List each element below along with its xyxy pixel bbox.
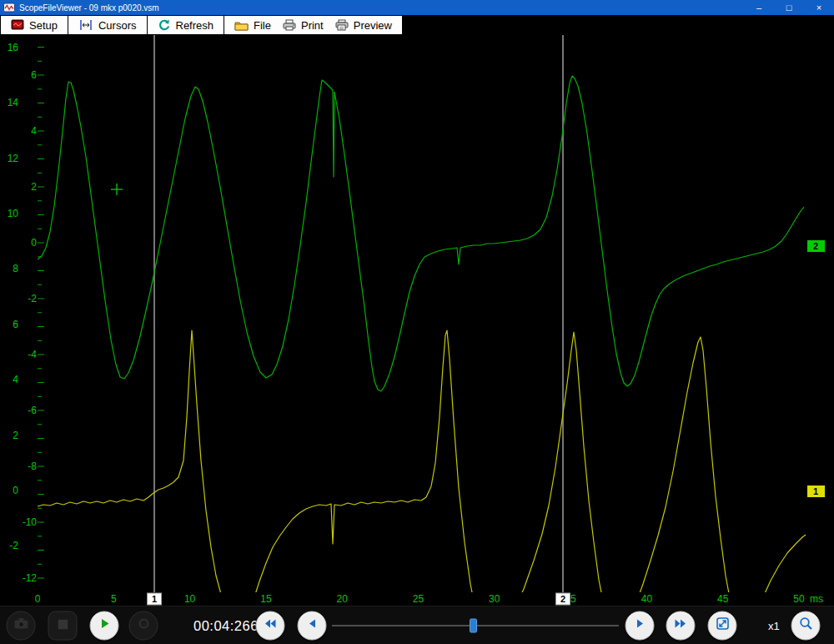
rewind-button[interactable] [256,611,285,640]
file-button[interactable]: File [229,19,277,32]
step-forward-button[interactable] [626,611,655,640]
x-axis-label: 25 [413,593,425,605]
toolbar-section-refresh: Refresh [148,16,225,34]
x-axis-label: 20 [337,593,349,605]
preview-button[interactable]: Preview [329,19,398,32]
print-button[interactable]: Print [277,19,329,32]
ch2-scale-label: -6 [28,405,37,416]
record-button[interactable] [129,611,158,640]
title-bar: ScopeFileViewer - 09 mkx p0020.vsm – □ × [0,0,834,15]
window-title: ScopeFileViewer - 09 mkx p0020.vsm [19,3,744,13]
play-icon [98,617,111,634]
camera-icon [13,618,28,633]
x-axis-label: 0 [35,593,41,605]
x-axis-label: 40 [641,593,653,605]
ch2-scale-label: 2 [31,181,37,193]
cursors-label: Cursors [98,19,137,32]
app-icon [3,3,15,13]
fast-forward-icon [674,617,688,634]
printer-icon [283,19,296,31]
print-preview-icon [335,19,349,31]
ch2-scale-label: -10 [23,516,38,528]
scope-setup-icon [11,19,24,31]
transport-bar: 00:04:266 [0,606,834,644]
stop-icon [58,618,68,633]
main-toolbar: Setup Cursors [0,15,403,35]
setup-label: Setup [29,19,58,32]
x-axis-label: 15 [260,593,272,605]
ch1-scale-label: 0 [13,485,18,496]
ch2-position-label: 2 [813,241,818,251]
ch2-scale-label: -4 [28,349,37,360]
ch1-scale-label: 8 [13,263,18,274]
app-window: ScopeFileViewer - 09 mkx p0020.vsm – □ ×… [0,0,834,644]
stop-button[interactable] [48,611,78,640]
refresh-button[interactable]: Refresh [152,19,220,32]
ch1-scale-label: 10 [8,208,19,219]
timeline-slider[interactable] [332,618,619,632]
resize-button[interactable] [708,611,737,640]
slider-thumb[interactable] [470,618,477,632]
ch1-scale-label: 12 [8,153,19,164]
setup-button[interactable]: Setup [5,19,63,32]
close-button[interactable]: × [804,0,834,15]
ch1-position-label: 1 [813,486,818,496]
ch1-scale-label: -2 [9,540,18,551]
ch2-scale-label: -12 [23,572,38,584]
ch1-scale-label: 16 [8,42,19,53]
x-axis-label: 10 [184,593,196,605]
ch1-scale-label: 2 [13,430,18,441]
toolbar-section-cursors: Cursors [68,16,148,34]
cursor-1-flag-label: 1 [152,594,157,604]
play-button[interactable] [90,611,119,640]
ch1-scale-label: 4 [13,374,18,385]
scope-plot[interactable]: 6420-2-4-6-8-10-121614121086420-20510152… [0,35,834,606]
step-back-button[interactable] [298,611,327,640]
minimize-button[interactable]: – [744,0,774,15]
refresh-label: Refresh [176,19,214,32]
x-axis-label: 30 [489,593,500,605]
x-axis-label: 45 [717,593,729,605]
step-back-icon [305,617,319,634]
ch1-scale-label: 14 [8,97,19,108]
preview-label: Preview [354,19,392,32]
window-controls: – □ × [744,0,834,15]
ch2-scale-label: 6 [31,69,37,81]
rewind-icon [264,617,278,634]
ch1-trace [38,330,806,606]
x-axis-unit: ms [810,593,823,605]
ch2-scale-label: -8 [28,460,37,472]
ch1-scale-label: 6 [13,319,18,330]
ch2-scale-label: 0 [31,237,37,249]
cursors-icon [78,19,93,31]
ch2-scale-label: 4 [31,125,37,137]
file-label: File [254,19,271,32]
speed-label: x1 [768,619,780,631]
time-display: 00:04:266 [193,617,259,633]
snapshot-button[interactable] [7,611,36,640]
refresh-icon [158,19,171,31]
ch2-scale-label: -2 [28,293,37,304]
fast-forward-button[interactable] [666,611,696,640]
x-axis-label: 5 [111,593,117,605]
ch2-trace [38,76,804,391]
x-axis-label: 50 [793,593,805,605]
print-label: Print [301,19,324,32]
maximize-button[interactable]: □ [774,0,804,15]
cursor-2-flag-label: 2 [560,594,565,604]
cursors-button[interactable]: Cursors [73,19,143,32]
resize-icon [715,616,730,635]
toolbar-section-file: File Print [224,16,402,34]
scope-display-area[interactable]: 6420-2-4-6-8-10-121614121086420-20510152… [0,15,834,606]
toolbar-section-setup: Setup [1,16,68,34]
zoom-button[interactable] [791,611,821,640]
step-forward-icon [633,617,646,634]
record-icon [138,618,149,633]
folder-icon [234,20,249,31]
magnifier-icon [798,616,813,635]
